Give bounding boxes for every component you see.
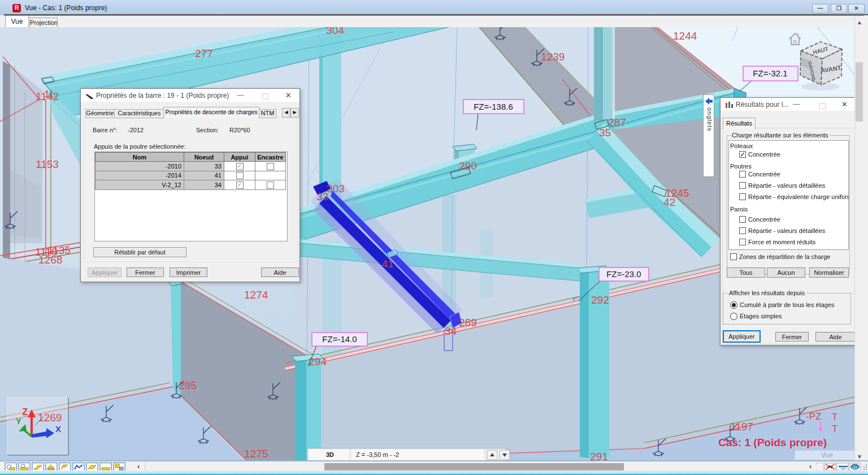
svg-text:41: 41 [382, 258, 394, 270]
svg-text:292: 292 [591, 294, 609, 306]
svg-text:1153: 1153 [36, 158, 59, 170]
svg-text:1239: 1239 [541, 51, 565, 63]
svg-text:T: T [832, 424, 837, 434]
svg-text:1275: 1275 [244, 448, 268, 460]
svg-text:1268: 1268 [38, 254, 62, 266]
svg-text:3D: 3D [326, 451, 334, 458]
svg-text:Z = -3,50 m - -2: Z = -3,50 m - -2 [356, 451, 399, 458]
svg-text:Y: Y [16, 416, 21, 426]
svg-text:289: 289 [459, 317, 477, 329]
svg-text:1244: 1244 [673, 30, 697, 42]
svg-text:303: 303 [327, 183, 345, 195]
svg-text:34: 34 [445, 325, 457, 337]
svg-text:291: 291 [590, 451, 608, 460]
svg-text:FZ=-138.6: FZ=-138.6 [474, 102, 513, 111]
svg-text:Vue: Vue [821, 451, 833, 459]
svg-text:304: 304 [326, 27, 344, 36]
svg-text:Cas: 1 (Poids propre): Cas: 1 (Poids propre) [718, 437, 827, 448]
svg-text:295: 295 [179, 379, 197, 391]
svg-text:11: 11 [44, 89, 54, 100]
svg-text:42: 42 [663, 196, 675, 208]
svg-text:35: 35 [599, 127, 611, 139]
svg-text:1274: 1274 [244, 289, 268, 301]
svg-text:33: 33 [316, 191, 328, 202]
svg-text:X: X [55, 424, 61, 434]
svg-text:277: 277 [195, 48, 213, 59]
svg-text:1269: 1269 [38, 412, 62, 424]
svg-text:FZ=-32.1: FZ=-32.1 [753, 68, 787, 78]
svg-text:FZ=-23.0: FZ=-23.0 [606, 269, 641, 279]
svg-text:294: 294 [309, 356, 327, 368]
svg-text:1197: 1197 [730, 421, 753, 433]
svg-text:FZ=-14.0: FZ=-14.0 [322, 334, 357, 344]
svg-text:290: 290 [459, 160, 477, 172]
svg-text:-PZ: -PZ [806, 411, 821, 422]
svg-text:T: T [832, 412, 837, 422]
svg-text:Z: Z [22, 407, 28, 417]
